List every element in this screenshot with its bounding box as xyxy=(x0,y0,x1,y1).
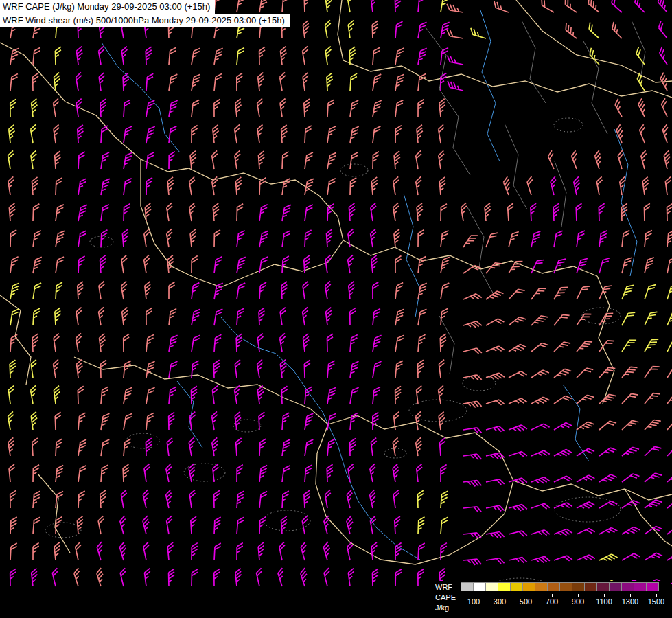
legend-scale: 100300500700900110013001500 xyxy=(461,582,669,606)
cape-legend: WRF CAPE J/kg 10030050070090011001300150… xyxy=(432,581,671,615)
legend-color-box xyxy=(473,582,486,591)
legend-color-box xyxy=(559,582,572,591)
legend-color-box xyxy=(535,582,548,591)
legend-color-box xyxy=(596,582,610,591)
legend-color-box xyxy=(646,582,659,591)
legend-color-box xyxy=(498,582,511,591)
legend-tick: 700 xyxy=(539,594,565,606)
legend-color-box xyxy=(609,582,622,591)
legend-color-box xyxy=(510,582,523,591)
legend-tick: 1500 xyxy=(643,594,669,606)
legend-color-box xyxy=(634,582,647,591)
legend-color-box xyxy=(485,582,498,591)
map-background xyxy=(0,0,672,618)
legend-unit-label: J/kg xyxy=(435,603,456,613)
title-wind-shear: WRF Wind shear (m/s) 500/1000hPa Monday … xyxy=(0,14,290,27)
map-titles: WRF CAPE (J/kg) Monday 29-09-2025 03:00 … xyxy=(0,0,290,27)
legend-tick: 300 xyxy=(487,594,513,606)
legend-tick: 900 xyxy=(565,594,591,606)
legend-color-box xyxy=(621,582,634,591)
legend-param-label: CAPE xyxy=(435,593,456,603)
legend-color-box xyxy=(584,582,597,591)
weather-map-app: WRF CAPE (J/kg) Monday 29-09-2025 03:00 … xyxy=(0,0,672,618)
legend-colorbar xyxy=(461,582,669,591)
legend-tick-values: 100300500700900110013001500 xyxy=(461,594,669,606)
legend-color-box xyxy=(572,582,585,591)
legend-tick: 1300 xyxy=(617,594,643,606)
legend-color-box xyxy=(522,582,535,591)
legend-label-column: WRF CAPE J/kg xyxy=(435,582,456,613)
legend-tick: 100 xyxy=(461,594,487,606)
legend-color-box xyxy=(461,582,474,591)
legend-tick: 1100 xyxy=(591,594,617,606)
legend-model-label: WRF xyxy=(435,582,456,593)
legend-color-box xyxy=(547,582,560,591)
title-cape: WRF CAPE (J/kg) Monday 29-09-2025 03:00 … xyxy=(0,0,215,14)
legend-tick: 500 xyxy=(513,594,539,606)
weather-map xyxy=(0,0,672,618)
